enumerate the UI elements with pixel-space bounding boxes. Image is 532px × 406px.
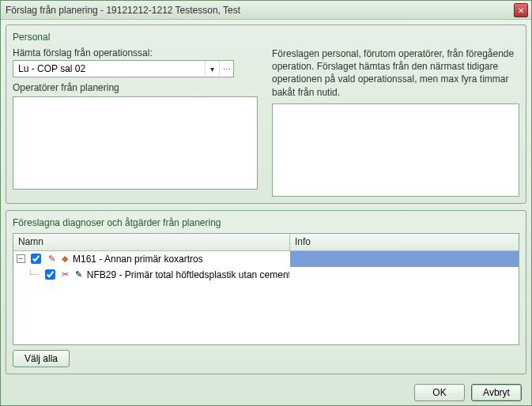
row-info <box>290 251 519 267</box>
operators-list[interactable] <box>13 96 258 190</box>
suggested-personnel-list[interactable] <box>272 103 519 197</box>
edit-icon: ✎ <box>74 269 85 280</box>
room-input[interactable] <box>13 61 205 77</box>
row-info <box>290 267 519 283</box>
diagnoses-legend: Föreslagna diagnoser och åtgärder från p… <box>13 217 519 228</box>
col-name-header[interactable]: Namn <box>13 234 290 250</box>
ok-button[interactable]: OK <box>414 384 465 401</box>
operators-label: Operatörer från planering <box>13 82 258 93</box>
ellipsis-icon[interactable]: ⋯ <box>219 61 233 77</box>
close-button[interactable]: ✕ <box>514 3 528 17</box>
diagnosis-icon: ✎ <box>46 254 57 265</box>
personal-legend: Personal <box>13 32 519 43</box>
titlebar: Förslag från planering - 19121212-1212 T… <box>1 1 531 20</box>
personal-group: Personal Hämta förslag från operationssa… <box>6 24 526 204</box>
tree-header: Namn Info <box>13 234 519 251</box>
content: Personal Hämta förslag från operationssa… <box>1 20 531 406</box>
suggested-personnel-info: Föreslagen personal, förutom operatörer,… <box>272 47 519 99</box>
row-label: NFB29 - Primär total höftledsplastik uta… <box>87 269 290 280</box>
table-row[interactable]: − ✎ ◆ M161 - Annan primär koxartros <box>13 251 519 267</box>
window-title: Förslag från planering - 19121212-1212 T… <box>6 5 240 16</box>
table-row[interactable]: └┈ ✂ ✎ NFB29 - Primär total höftledsplas… <box>13 267 519 283</box>
chevron-down-icon[interactable]: ▾ <box>205 61 219 77</box>
room-combo[interactable]: ▾ ⋯ <box>13 60 234 77</box>
procedure-icon: ✂ <box>60 269 71 280</box>
close-icon: ✕ <box>518 6 524 15</box>
tag-icon: ◆ <box>59 254 70 265</box>
select-all-button[interactable]: Välj alla <box>13 350 70 367</box>
dialog-buttons: OK Avbryt <box>6 381 526 401</box>
dialog-window: Förslag från planering - 19121212-1212 T… <box>0 0 532 406</box>
row-checkbox[interactable] <box>31 254 41 264</box>
cancel-button[interactable]: Avbryt <box>471 384 522 401</box>
row-label: M161 - Annan primär koxartros <box>73 254 203 265</box>
diagnoses-group: Föreslagna diagnoser och åtgärder från p… <box>6 210 526 374</box>
room-label: Hämta förslag från operationssal: <box>13 47 258 58</box>
collapse-icon[interactable]: − <box>17 254 25 263</box>
col-info-header[interactable]: Info <box>290 234 519 250</box>
row-checkbox[interactable] <box>45 269 55 280</box>
diagnoses-tree[interactable]: Namn Info − ✎ ◆ M161 - Annan primär koxa… <box>13 233 519 345</box>
tree-branch-icon: └┈ <box>28 269 40 280</box>
